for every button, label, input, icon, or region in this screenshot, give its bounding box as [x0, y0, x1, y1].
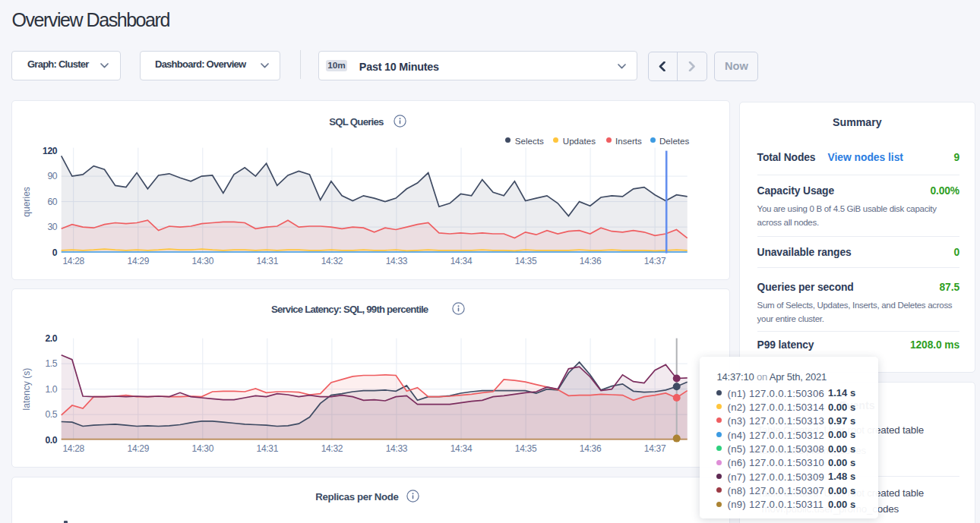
svg-text:2.0: 2.0 [46, 333, 58, 344]
svg-text:14:31: 14:31 [257, 256, 279, 266]
svg-text:14:33: 14:33 [386, 443, 408, 454]
svg-text:14:35: 14:35 [515, 256, 537, 266]
svg-text:14:35: 14:35 [515, 443, 537, 454]
svg-text:14:36: 14:36 [580, 443, 602, 454]
svg-text:14:29: 14:29 [128, 256, 150, 266]
svg-text:14:28: 14:28 [63, 443, 85, 454]
svg-text:14:30: 14:30 [192, 443, 214, 454]
svg-text:14:37: 14:37 [644, 443, 666, 454]
svg-text:14:34: 14:34 [450, 256, 473, 266]
svg-text:14:34: 14:34 [450, 443, 473, 454]
svg-text:90: 90 [48, 172, 58, 182]
svg-text:14:32: 14:32 [321, 443, 343, 454]
svg-text:14:37: 14:37 [644, 256, 666, 266]
svg-text:14:36: 14:36 [580, 256, 602, 266]
svg-text:14:28: 14:28 [63, 256, 85, 266]
svg-text:14:32: 14:32 [321, 256, 343, 266]
svg-text:14:29: 14:29 [128, 443, 150, 454]
svg-text:queries: queries [21, 187, 32, 217]
svg-text:1.5: 1.5 [46, 359, 58, 370]
svg-text:120: 120 [43, 146, 58, 156]
svg-text:14:30: 14:30 [192, 256, 214, 266]
svg-text:30: 30 [48, 222, 58, 233]
svg-text:0.5: 0.5 [46, 410, 58, 421]
svg-text:60: 60 [48, 197, 58, 207]
svg-text:14:33: 14:33 [386, 256, 408, 266]
svg-text:14:31: 14:31 [257, 443, 279, 454]
svg-text:1.0: 1.0 [46, 384, 58, 395]
svg-text:0.0: 0.0 [46, 435, 58, 446]
svg-text:latency (s): latency (s) [22, 368, 33, 411]
svg-text:0: 0 [52, 247, 58, 258]
